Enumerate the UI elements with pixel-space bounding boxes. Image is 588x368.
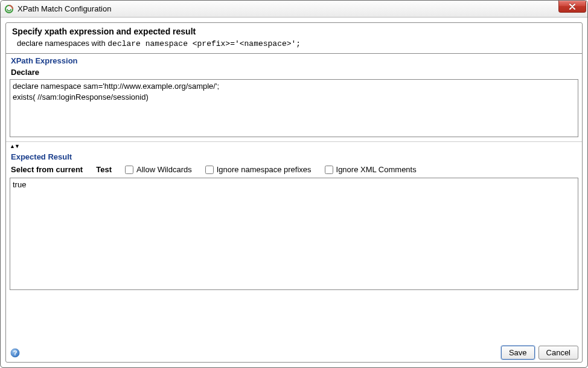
xpath-expression-input[interactable] — [10, 79, 578, 137]
splitter-handle[interactable]: ▲▼ — [6, 141, 582, 150]
allow-wildcards-input[interactable] — [125, 166, 133, 174]
instruction-desc-code: declare namespace <prefix>='<namespace>'… — [107, 39, 301, 48]
select-from-current-link[interactable]: Select from current — [11, 165, 83, 174]
ignore-ns-prefixes-checkbox[interactable]: Ignore namespace prefixes — [205, 165, 312, 174]
close-button[interactable] — [558, 1, 586, 13]
main-panel: Specify xpath expression and expected re… — [5, 22, 583, 363]
ignore-ns-prefixes-label: Ignore namespace prefixes — [217, 165, 312, 174]
instruction-title: Specify xpath expression and expected re… — [12, 27, 576, 36]
window-title: XPath Match Configuration — [18, 4, 111, 13]
ignore-xml-comments-label: Ignore XML Comments — [336, 165, 417, 174]
cancel-button[interactable]: Cancel — [538, 346, 578, 360]
save-button[interactable]: Save — [501, 346, 535, 360]
instruction-description: declare namespaces with declare namespac… — [12, 39, 576, 48]
splitter-arrows-icon: ▲▼ — [10, 143, 19, 149]
instruction-desc-prefix: declare namespaces with — [17, 39, 107, 48]
expected-section-label: Expected Result — [6, 150, 582, 163]
expected-result-input[interactable] — [10, 178, 578, 290]
app-icon — [4, 4, 14, 14]
titlebar: XPath Match Configuration — [1, 1, 587, 18]
xpath-section-label: XPath Expression — [6, 54, 582, 66]
instruction-header: Specify xpath expression and expected re… — [6, 23, 582, 54]
dialog-window: XPath Match Configuration Specify xpath … — [0, 0, 588, 368]
allow-wildcards-label: Allow Wildcards — [136, 165, 192, 174]
test-link[interactable]: Test — [96, 165, 112, 174]
dialog-content: Specify xpath expression and expected re… — [1, 18, 587, 367]
declare-label[interactable]: Declare — [6, 66, 582, 79]
help-icon[interactable]: ? — [10, 347, 21, 358]
allow-wildcards-checkbox[interactable]: Allow Wildcards — [125, 165, 192, 174]
ignore-xml-comments-input[interactable] — [325, 166, 333, 174]
ignore-xml-comments-checkbox[interactable]: Ignore XML Comments — [325, 165, 417, 174]
dialog-footer: ? Save Cancel — [6, 343, 582, 362]
svg-text:?: ? — [13, 349, 18, 357]
expected-options-row: Select from current Test Allow Wildcards… — [6, 163, 582, 178]
ignore-ns-prefixes-input[interactable] — [205, 166, 214, 174]
